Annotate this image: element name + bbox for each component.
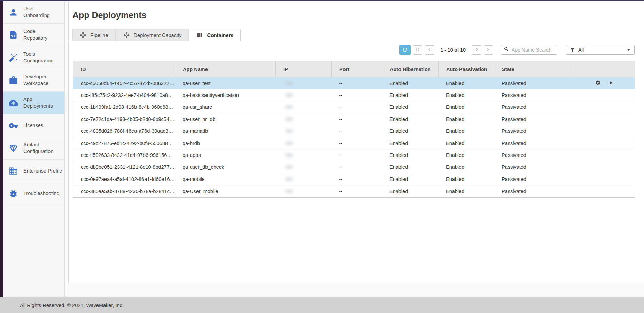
cell-ip [275, 89, 331, 101]
cell-id: ccc-385aa5ab-3788-4230-b78a-b2841c… [73, 185, 175, 197]
cell-actions [574, 125, 635, 137]
cell-auto-passivation: Enabled [438, 89, 494, 101]
cloud-upload-icon [9, 98, 18, 108]
cell-auto-hibernation: Enabled [382, 125, 438, 137]
sidebar-item-label: ArtifactConfiguration [23, 142, 53, 155]
refresh-button[interactable] [399, 45, 411, 55]
gear-icon [595, 80, 601, 87]
sidebar-item-label: AppDeployments [23, 96, 53, 109]
sidebar-item-troubleshooting[interactable]: Troubleshooting [3, 182, 64, 205]
tab-pipeline[interactable]: Pipeline [72, 29, 116, 41]
sidebar-item-enterprise-profile[interactable]: Enterprise Profile [3, 160, 64, 182]
table-header-row: IDApp NameIPPortAuto HibernationAuto Pas… [73, 61, 635, 77]
settings-action-button[interactable] [595, 80, 601, 87]
state-filter-dropdown[interactable]: All [566, 45, 635, 55]
cell-actions [574, 185, 635, 197]
play-icon [608, 80, 614, 87]
cell-state: Passivated [494, 101, 574, 113]
sidebar-item-developer-workspace[interactable]: DeveloperWorkspace [3, 69, 64, 92]
tab-label: Pipeline [90, 32, 108, 38]
sidebar-item-label: DeveloperWorkspace [23, 74, 48, 87]
cell-ip [275, 101, 331, 113]
previous-page-button[interactable] [425, 45, 434, 55]
redacted-ip-value [283, 188, 295, 195]
cell-port: -- [331, 77, 382, 89]
cell-app-name: qa-usr_share [175, 101, 275, 113]
cell-auto-passivation: Enabled [438, 101, 494, 113]
cell-app-name: qa-user_hr_db [175, 113, 275, 125]
sidebar-item-label: Enterprise Profile [23, 168, 62, 174]
cell-ip [275, 185, 331, 197]
sidebar-item-label: ToolsConfiguration [23, 51, 53, 64]
sidebar-item-app-deployments[interactable]: AppDeployments [3, 92, 64, 114]
cell-state: Passivated [494, 89, 574, 101]
cell-port: -- [331, 137, 382, 149]
cell-state: Passivated [494, 77, 574, 89]
table-row[interactable]: ccc-7e72c1da-4193-4b05-b8d0-6b9c54…qa-us… [73, 113, 635, 125]
column-header-auto-passivation: Auto Passivation [438, 61, 494, 77]
table-row[interactable]: ccc-c5050d64-1452-4c57-872b-086322…qa-us… [73, 77, 635, 89]
cell-ip [275, 161, 331, 173]
tab-containers[interactable]: Containers [189, 29, 241, 41]
tab-label: Containers [207, 32, 233, 38]
collapsed-nav-strip [0, 0, 3, 297]
table-row[interactable]: ccc-385aa5ab-3788-4230-b78a-b2841c…qa-Us… [73, 185, 635, 197]
sidebar-item-user-onboarding[interactable]: UserOnboarding [3, 1, 64, 24]
table-row[interactable]: ccc-1b499fa1-2d98-416b-8c4b-960e68…qa-us… [73, 101, 635, 113]
containers-table: IDApp NameIPPortAuto HibernationAuto Pas… [73, 61, 635, 198]
search-input[interactable] [512, 47, 554, 53]
refresh-icon [402, 47, 408, 53]
cell-state: Passivated [494, 125, 574, 137]
sidebar-item-code-repository[interactable]: CodeRepository [3, 24, 64, 46]
next-page-button[interactable] [472, 45, 481, 55]
column-header-actions [574, 61, 635, 77]
cell-id: ccc-49c27876-ed1c-4292-b0f8-550588… [73, 137, 175, 149]
cell-id: ccc-0e97aea4-a5af-4102-86a1-fd60e16… [73, 173, 175, 185]
table-row[interactable]: ccc-f85c75c2-9232-4ee7-b404-9810a8…qa-ba… [73, 89, 635, 101]
redacted-ip-value [283, 163, 295, 171]
table-row[interactable]: ccc-db9be051-2331-4121-8c10-8bd277…qa-us… [73, 161, 635, 173]
cell-port: -- [331, 89, 382, 101]
main-panel: App Deployments PipelineDeployment Capac… [68, 1, 644, 283]
cell-port: -- [331, 149, 382, 161]
cell-auto-passivation: Enabled [438, 185, 494, 197]
cell-auto-hibernation: Enabled [382, 137, 438, 149]
chevron-left-icon [426, 46, 433, 54]
sidebar-item-artifact-configuration[interactable]: ArtifactConfiguration [3, 137, 64, 160]
column-header-app-name: App Name [175, 61, 275, 77]
cell-app-name: qa-apps [175, 149, 275, 161]
table-row[interactable]: ccc-ff502633-8432-41d4-97b6-996156…qa-ap… [73, 149, 635, 161]
table-row[interactable]: ccc-4835d026-788f-46ea-a76d-30aac3…qa-ma… [73, 125, 635, 137]
app-name-search-box [501, 45, 557, 55]
sidebar-item-licenses[interactable]: Licenses [3, 114, 64, 137]
columns-icon [196, 32, 203, 39]
cell-state: Passivated [494, 113, 574, 125]
cell-app-name: qa-mariadb [175, 125, 275, 137]
cell-ip [275, 113, 331, 125]
column-header-id: ID [73, 61, 175, 77]
sidebar-item-label: CodeRepository [23, 28, 47, 41]
bug-icon [9, 189, 18, 198]
tab-deployment-capacity[interactable]: Deployment Capacity [116, 29, 189, 41]
tab-label: Deployment Capacity [134, 32, 182, 38]
cell-port: -- [331, 161, 382, 173]
table-row[interactable]: ccc-0e97aea4-a5af-4102-86a1-fd60e16…qa-m… [73, 173, 635, 185]
sidebar-item-tools-configuration[interactable]: ToolsConfiguration [3, 46, 64, 69]
first-page-button[interactable] [413, 45, 422, 55]
table-row[interactable]: ccc-49c27876-ed1c-4292-b0f8-550588…qa-hr… [73, 137, 635, 149]
last-page-button[interactable] [484, 45, 493, 55]
user-icon [9, 8, 18, 17]
cell-ip [275, 173, 331, 185]
start-action-button[interactable] [608, 80, 614, 87]
redacted-ip-value [283, 139, 295, 147]
cell-app-name: qa-basicsanityverification [175, 89, 275, 101]
cell-id: ccc-1b499fa1-2d98-416b-8c4b-960e68… [73, 101, 175, 113]
cell-auto-hibernation: Enabled [382, 101, 438, 113]
cell-id: ccc-c5050d64-1452-4c57-872b-086322… [73, 77, 175, 89]
redacted-ip-value [283, 127, 295, 135]
cell-actions [574, 173, 635, 185]
cell-auto-hibernation: Enabled [382, 89, 438, 101]
redacted-ip-value [283, 175, 295, 183]
cell-actions [574, 137, 635, 149]
search-icon [504, 46, 509, 53]
